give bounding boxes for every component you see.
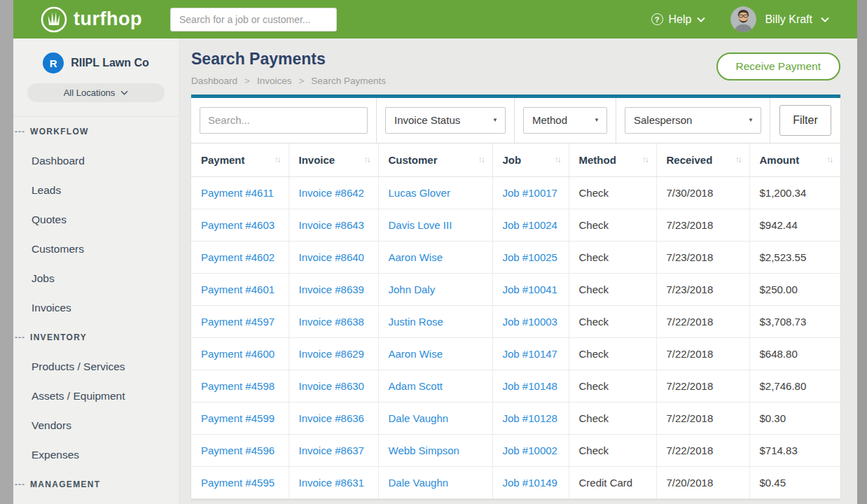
sidebar-item-dashboard[interactable]: Dashboard — [13, 146, 179, 176]
sidebar-item-vendors[interactable]: Vendors — [13, 411, 179, 440]
sort-icon[interactable]: ↑↓ — [826, 155, 832, 164]
sidebar-item-assets-equipment[interactable]: Assets / Equipment — [13, 382, 179, 411]
job-link[interactable]: Job #10002 — [503, 444, 557, 456]
job-link[interactable]: Job #10025 — [503, 251, 557, 263]
method-cell: Check — [569, 306, 656, 338]
breadcrumb-item-dashboard[interactable]: Dashboard — [191, 76, 237, 86]
filter-button[interactable]: Filter — [779, 105, 831, 136]
received-cell: 7/20/2018 — [656, 467, 749, 499]
received-cell: 7/23/2018 — [656, 241, 749, 274]
column-header-received: Received↑↓ — [656, 144, 749, 177]
method-select[interactable]: Method ▼ — [523, 107, 607, 134]
sidebar-item-leads[interactable]: Leads — [13, 176, 179, 205]
table-row: Payment #4611Invoice #8642Lucas GloverJo… — [191, 177, 840, 209]
job-link[interactable]: Job #10148 — [503, 380, 557, 392]
column-header-inner: Payment↑↓ — [191, 154, 289, 166]
invoice-cell: Invoice #8640 — [289, 241, 378, 274]
job-link[interactable]: Job #10041 — [503, 284, 557, 295]
payment-cell: Payment #4600 — [191, 338, 289, 370]
global-search-input[interactable] — [170, 8, 337, 31]
invoice-link[interactable]: Invoice #8639 — [299, 284, 364, 295]
sort-icon[interactable]: ↑↓ — [478, 155, 484, 164]
section-dashes-icon: --- — [15, 127, 25, 136]
invoice-link[interactable]: Invoice #8643 — [299, 219, 364, 231]
received-cell: 7/23/2018 — [656, 274, 749, 306]
sort-icon[interactable]: ↑↓ — [364, 155, 370, 164]
page-titles: Search Payments Dashboard>Invoices>Searc… — [191, 50, 716, 86]
table-header-row: Payment↑↓Invoice↑↓Customer↑↓Job↑↓Method↑… — [191, 144, 840, 177]
receive-payment-button[interactable]: Receive Payment — [716, 52, 840, 80]
method-cell: Check — [569, 241, 656, 274]
column-header-amount: Amount↑↓ — [749, 144, 840, 177]
payment-link[interactable]: Payment #4603 — [201, 219, 275, 231]
customer-link[interactable]: Dale Vaughn — [389, 477, 449, 489]
received-cell: 7/22/2018 — [656, 370, 749, 402]
job-link[interactable]: Job #10017 — [503, 187, 557, 199]
table-search-input[interactable] — [200, 107, 368, 134]
breadcrumb-item-invoices[interactable]: Invoices — [257, 76, 292, 86]
payment-link[interactable]: Payment #4600 — [201, 348, 275, 360]
job-link[interactable]: Job #10147 — [503, 348, 557, 360]
customer-link[interactable]: Dale Vaughn — [389, 412, 449, 424]
invoice-cell: Invoice #8639 — [289, 274, 378, 306]
sidebar-item-customers[interactable]: Customers — [13, 234, 179, 264]
customer-link[interactable]: Davis Love III — [389, 219, 452, 231]
invoice-link[interactable]: Invoice #8637 — [299, 444, 364, 456]
sort-icon[interactable]: ↑↓ — [642, 155, 648, 164]
customer-link[interactable]: Webb Simpson — [389, 444, 459, 456]
amount-cell: $250.00 — [749, 274, 840, 306]
customer-link[interactable]: John Daly — [389, 284, 436, 295]
customer-link[interactable]: Aaron Wise — [389, 348, 443, 360]
filter-method-cell: Method ▼ — [515, 98, 616, 143]
amount-cell: $1,200.34 — [749, 177, 840, 209]
payment-link[interactable]: Payment #4595 — [201, 477, 275, 489]
job-link[interactable]: Job #10003 — [503, 316, 557, 328]
help-menu[interactable]: ? Help — [651, 13, 706, 26]
payment-cell: Payment #4598 — [191, 370, 289, 402]
invoice-link[interactable]: Invoice #8636 — [299, 412, 364, 424]
sidebar-item-expenses[interactable]: Expenses — [13, 440, 179, 470]
brand-logo[interactable]: turfhop — [40, 6, 142, 34]
payment-link[interactable]: Payment #4602 — [201, 251, 275, 263]
invoice-link[interactable]: Invoice #8642 — [299, 187, 364, 199]
invoice-cell: Invoice #8636 — [289, 402, 378, 435]
invoice-link[interactable]: Invoice #8640 — [299, 251, 364, 263]
customer-link[interactable]: Adam Scott — [389, 380, 443, 392]
salesperson-select[interactable]: Salesperson ▼ — [625, 107, 761, 134]
sidebar-item-quotes[interactable]: Quotes — [13, 205, 179, 234]
payment-link[interactable]: Payment #4611 — [201, 187, 274, 199]
invoice-link[interactable]: Invoice #8638 — [299, 316, 364, 328]
payment-link[interactable]: Payment #4601 — [201, 284, 275, 295]
invoice-cell: Invoice #8630 — [289, 370, 378, 402]
column-header-customer: Customer↑↓ — [378, 144, 492, 177]
job-cell: Job #10148 — [492, 370, 569, 402]
table-row: Payment #4596Invoice #8637Webb SimpsonJo… — [191, 435, 840, 467]
payment-link[interactable]: Payment #4597 — [201, 316, 275, 328]
payment-link[interactable]: Payment #4598 — [201, 380, 275, 392]
customer-link[interactable]: Lucas Glover — [389, 187, 450, 199]
payment-link[interactable]: Payment #4596 — [201, 444, 275, 456]
sort-icon[interactable]: ↑↓ — [735, 155, 741, 164]
location-selector[interactable]: All Locations — [27, 83, 165, 102]
sidebar-item-jobs[interactable]: Jobs — [13, 264, 179, 293]
user-menu[interactable]: Billy Kraft — [730, 6, 829, 32]
sort-icon[interactable]: ↑↓ — [275, 155, 280, 164]
invoice-link[interactable]: Invoice #8631 — [299, 477, 364, 489]
sidebar-item-invoices[interactable]: Invoices — [13, 293, 179, 323]
customer-link[interactable]: Aaron Wise — [389, 251, 443, 263]
job-link[interactable]: Job #10024 — [503, 219, 557, 231]
job-link[interactable]: Job #10128 — [503, 412, 557, 424]
invoice-link[interactable]: Invoice #8629 — [299, 348, 364, 360]
invoice-status-select[interactable]: Invoice Status ▼ — [385, 107, 506, 134]
job-link[interactable]: Job #10149 — [503, 477, 557, 489]
table-row: Payment #4599Invoice #8636Dale VaughnJob… — [191, 402, 840, 435]
sort-icon[interactable]: ↑↓ — [555, 155, 560, 164]
invoice-link[interactable]: Invoice #8630 — [299, 380, 364, 392]
payment-cell: Payment #4603 — [191, 209, 289, 241]
payment-link[interactable]: Payment #4599 — [201, 412, 275, 424]
customer-link[interactable]: Justin Rose — [389, 316, 443, 328]
brand-wordmark: turfhop — [74, 8, 142, 30]
job-cell: Job #10128 — [492, 402, 569, 435]
sidebar-item-products-services[interactable]: Products / Services — [13, 352, 179, 382]
sort-down-arrow-icon: ↓ — [367, 155, 370, 164]
